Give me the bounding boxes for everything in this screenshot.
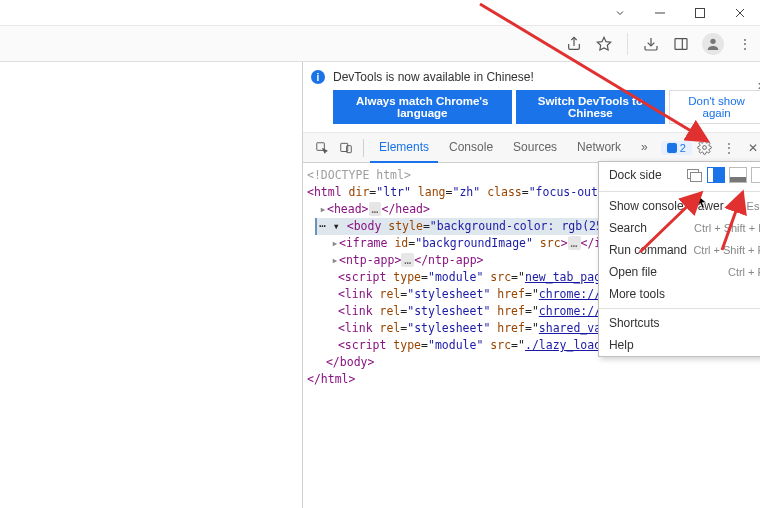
tab-elements[interactable]: Elements (370, 133, 438, 163)
menu-dock-side: Dock side (599, 162, 760, 188)
tab-console[interactable]: Console (440, 133, 502, 163)
maximize-button[interactable] (680, 0, 720, 26)
dock-undock[interactable] (685, 167, 703, 183)
issues-badge[interactable]: 2 (661, 141, 692, 155)
avatar-icon[interactable] (702, 33, 724, 55)
menu-help[interactable]: Help ▸ (599, 334, 760, 356)
devtools-menu: Dock side Show console drawer Esc Search (598, 161, 760, 357)
toolbar-divider (627, 33, 628, 55)
star-icon[interactable] (595, 35, 613, 53)
btn-dont-show[interactable]: Don't show again (669, 90, 760, 124)
menu-show-drawer[interactable]: Show console drawer Esc (599, 195, 760, 217)
devtools-kebab-icon[interactable]: ⋮ (718, 137, 740, 159)
minimize-button[interactable] (640, 0, 680, 26)
panel-icon[interactable] (672, 35, 690, 53)
window-controls (0, 0, 760, 26)
browser-toolbar: ⋮ (0, 26, 760, 62)
dom-html-close[interactable]: </html> (307, 371, 760, 388)
page-content (0, 62, 302, 508)
issues-icon (667, 143, 677, 153)
info-icon: i (311, 70, 325, 84)
devtools-tabbar: Elements Console Sources Network » 2 ⋮ ✕… (303, 133, 760, 163)
dock-right[interactable] (751, 167, 760, 183)
share-icon[interactable] (565, 35, 583, 53)
btn-switch-chinese[interactable]: Switch DevTools to Chinese (516, 90, 666, 124)
menu-more-tools[interactable]: More tools ▸ (599, 283, 760, 305)
tab-network[interactable]: Network (568, 133, 630, 163)
svg-point-13 (703, 146, 707, 150)
devtools-panel: i DevTools is now available in Chinese! … (302, 62, 760, 508)
info-bar: i DevTools is now available in Chinese! … (303, 62, 760, 133)
menu-shortcuts[interactable]: Shortcuts (599, 312, 760, 334)
device-toggle-icon[interactable] (335, 137, 357, 159)
dock-bottom[interactable] (729, 167, 747, 183)
svg-rect-7 (675, 38, 687, 49)
svg-marker-5 (597, 37, 610, 50)
devtools-close-icon[interactable]: ✕ (742, 137, 760, 159)
issues-count: 2 (680, 142, 686, 154)
btn-always-match[interactable]: Always match Chrome's language (333, 90, 512, 124)
dock-left[interactable] (707, 167, 725, 183)
close-window-button[interactable] (720, 0, 760, 26)
svg-rect-1 (696, 8, 705, 17)
menu-open-file[interactable]: Open file Ctrl + P (599, 261, 760, 283)
kebab-icon[interactable]: ⋮ (736, 35, 754, 53)
info-text: DevTools is now available in Chinese! (333, 70, 760, 84)
inspect-icon[interactable] (311, 137, 333, 159)
download-icon[interactable] (642, 35, 660, 53)
svg-point-9 (710, 38, 715, 43)
tab-sources[interactable]: Sources (504, 133, 566, 163)
tab-overflow[interactable]: » (632, 133, 657, 163)
menu-run-command[interactable]: Run command Ctrl + Shift + P (599, 239, 760, 261)
chevron-down-icon[interactable] (600, 0, 640, 26)
settings-gear-icon[interactable] (694, 137, 716, 159)
menu-search[interactable]: Search Ctrl + Shift + F (599, 217, 760, 239)
